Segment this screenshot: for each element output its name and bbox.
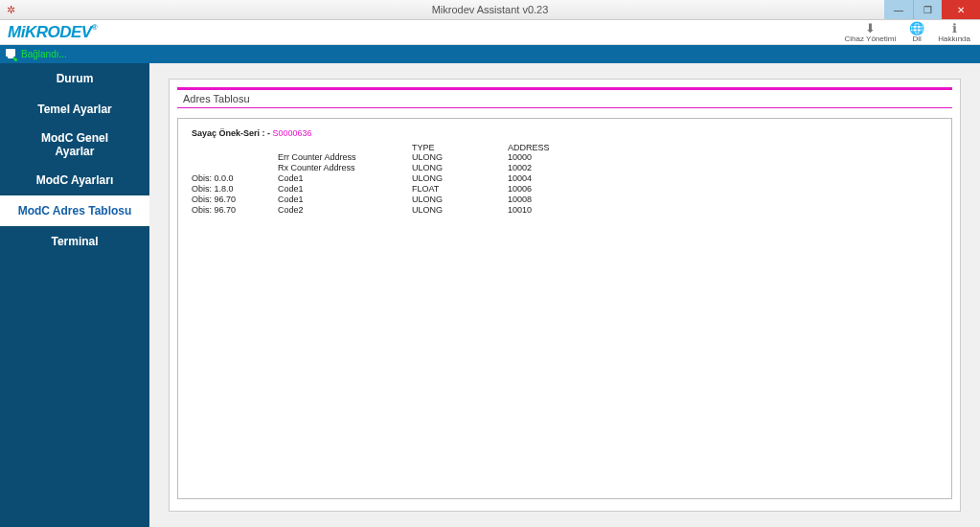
sidebar-item-label: ModC Genel bbox=[41, 131, 108, 145]
table-row: Obis: 96.70Code2ULONG10010 bbox=[192, 205, 584, 216]
sidebar-item-label: Terminal bbox=[51, 235, 98, 248]
globe-icon: 🌐 bbox=[909, 22, 924, 34]
sidebar: Durum Temel Ayarlar ModC Genel Ayarlar M… bbox=[0, 63, 149, 527]
serial-label: Sayaç Önek-Seri : - bbox=[192, 128, 273, 138]
sidebar-item-label: Durum bbox=[57, 72, 94, 85]
cell-desc: Code2 bbox=[278, 205, 412, 216]
logo-registered: ® bbox=[92, 23, 97, 32]
cell-desc: Code1 bbox=[278, 173, 412, 184]
main-area: Adres Tablosu Sayaç Önek-Seri : - S00006… bbox=[149, 63, 980, 527]
cell-addr: 10006 bbox=[508, 184, 584, 195]
col-obis-header bbox=[192, 142, 278, 152]
cell-type: ULONG bbox=[412, 195, 508, 205]
cell-desc: Code1 bbox=[278, 195, 412, 205]
cell-obis: Obis: 0.0.0 bbox=[192, 173, 278, 184]
maximize-button[interactable]: ❐ bbox=[913, 0, 942, 19]
cell-obis: Obis: 1.8.0 bbox=[192, 184, 278, 195]
sidebar-item-terminal[interactable]: Terminal bbox=[0, 226, 149, 257]
sidebar-item-basic-settings[interactable]: Temel Ayarlar bbox=[0, 94, 149, 125]
cell-addr: 10002 bbox=[508, 163, 584, 173]
language-button[interactable]: 🌐 Dil bbox=[909, 22, 924, 43]
app-icon: ✲ bbox=[4, 3, 17, 16]
cell-desc: Rx Counter Address bbox=[278, 163, 412, 173]
cell-addr: 10000 bbox=[508, 152, 584, 163]
logo-text: MiKRODEV bbox=[8, 23, 92, 41]
address-table: TYPE ADDRESS Err Counter AddressULONG100… bbox=[192, 142, 584, 216]
about-button[interactable]: ℹ Hakkında bbox=[938, 22, 970, 43]
svg-rect-0 bbox=[6, 49, 15, 57]
close-button[interactable]: ✕ bbox=[942, 0, 980, 19]
header-action-label: Cihaz Yönetimi bbox=[845, 34, 897, 43]
table-header-row: TYPE ADDRESS bbox=[192, 142, 584, 152]
cell-obis bbox=[192, 152, 278, 163]
cell-type: ULONG bbox=[412, 163, 508, 173]
cell-addr: 10008 bbox=[508, 195, 584, 205]
logo: MiKRODEV® bbox=[8, 23, 97, 42]
svg-rect-1 bbox=[8, 57, 13, 58]
window-titlebar: ✲ Mikrodev Assistant v0.23 — ❐ ✕ bbox=[0, 0, 980, 20]
address-table-panel: Adres Tablosu Sayaç Önek-Seri : - S00006… bbox=[169, 79, 961, 512]
connected-icon bbox=[4, 48, 17, 61]
device-management-button[interactable]: ⬇ Cihaz Yönetimi bbox=[845, 22, 897, 43]
table-row: Obis: 1.8.0Code1FLOAT10006 bbox=[192, 184, 584, 195]
header-action-label: Dil bbox=[913, 34, 922, 43]
sidebar-item-label: ModC Ayarları bbox=[36, 173, 113, 187]
cell-obis: Obis: 96.70 bbox=[192, 195, 278, 205]
serial-line: Sayaç Önek-Seri : - S0000636 bbox=[192, 128, 938, 138]
sidebar-item-modc-general[interactable]: ModC Genel Ayarlar bbox=[0, 125, 149, 165]
cell-type: ULONG bbox=[412, 152, 508, 163]
panel-body: Sayaç Önek-Seri : - S0000636 TYPE ADDRES… bbox=[177, 118, 952, 499]
cell-addr: 10004 bbox=[508, 173, 584, 184]
sidebar-item-modc-settings[interactable]: ModC Ayarları bbox=[0, 165, 149, 195]
table-row: Obis: 0.0.0Code1ULONG10004 bbox=[192, 173, 584, 184]
cell-desc: Err Counter Address bbox=[278, 152, 412, 163]
sidebar-item-label: Temel Ayarlar bbox=[37, 103, 112, 116]
serial-value: S0000636 bbox=[273, 128, 312, 138]
info-icon: ℹ bbox=[952, 22, 957, 34]
app-header: MiKRODEV® ⬇ Cihaz Yönetimi 🌐 Dil ℹ Hakkı… bbox=[0, 20, 980, 45]
table-row: Err Counter AddressULONG10000 bbox=[192, 152, 584, 163]
col-desc-header bbox=[278, 142, 412, 152]
col-type-header: TYPE bbox=[412, 142, 508, 152]
panel-title: Adres Tablosu bbox=[177, 87, 952, 108]
cell-obis: Obis: 96.70 bbox=[192, 205, 278, 216]
sidebar-item-status[interactable]: Durum bbox=[0, 63, 149, 94]
window-title: Mikrodev Assistant v0.23 bbox=[432, 4, 549, 15]
cell-addr: 10010 bbox=[508, 205, 584, 216]
col-address-header: ADDRESS bbox=[508, 142, 584, 152]
connection-status-bar: Bağlandı... bbox=[0, 45, 980, 63]
cell-type: ULONG bbox=[412, 173, 508, 184]
status-text: Bağlandı... bbox=[21, 49, 67, 59]
header-actions: ⬇ Cihaz Yönetimi 🌐 Dil ℹ Hakkında bbox=[845, 22, 970, 43]
cell-type: ULONG bbox=[412, 205, 508, 216]
sidebar-item-label: Ayarlar bbox=[56, 145, 95, 158]
sidebar-item-label: ModC Adres Tablosu bbox=[18, 204, 132, 218]
header-action-label: Hakkında bbox=[938, 34, 970, 43]
cell-type: FLOAT bbox=[412, 184, 508, 195]
sidebar-item-modc-address-table[interactable]: ModC Adres Tablosu bbox=[0, 195, 149, 226]
cell-desc: Code1 bbox=[278, 184, 412, 195]
content-area: Durum Temel Ayarlar ModC Genel Ayarlar M… bbox=[0, 63, 980, 527]
download-icon: ⬇ bbox=[865, 22, 876, 34]
minimize-button[interactable]: — bbox=[884, 0, 913, 19]
cell-obis bbox=[192, 163, 278, 173]
table-row: Rx Counter AddressULONG10002 bbox=[192, 163, 584, 173]
window-controls: — ❐ ✕ bbox=[884, 0, 980, 19]
table-row: Obis: 96.70Code1ULONG10008 bbox=[192, 195, 584, 205]
